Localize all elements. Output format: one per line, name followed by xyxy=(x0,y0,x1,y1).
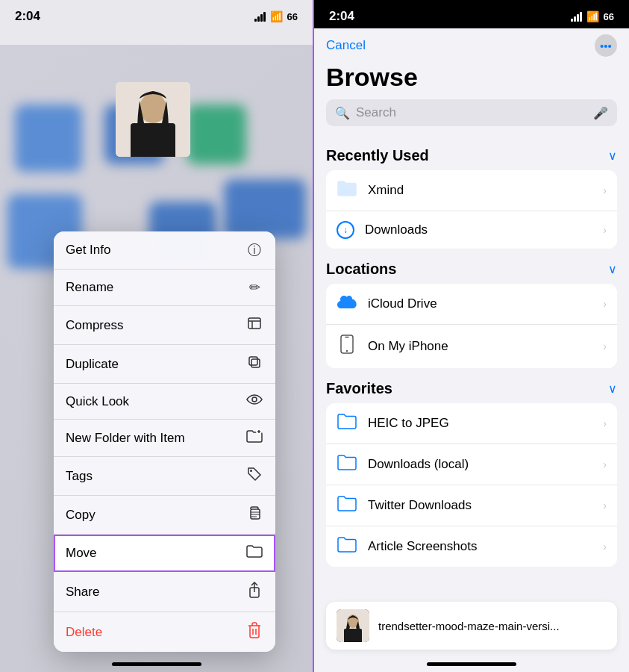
menu-item-share-label: Share xyxy=(66,585,99,600)
tag-icon xyxy=(245,467,263,485)
blurred-item-3 xyxy=(187,105,246,164)
menu-item-delete[interactable]: Delete xyxy=(54,612,275,652)
context-menu: Get Info ⓘ Rename ✏ Compress Duplicate xyxy=(54,231,275,652)
recently-used-title: Recently Used xyxy=(326,147,429,164)
svg-rect-27 xyxy=(344,629,362,642)
battery-icon: 66 xyxy=(287,11,298,22)
bottom-thumbnail[interactable]: trendsetter-mood-maze-main-versi... xyxy=(326,602,617,650)
search-input[interactable]: Search xyxy=(356,105,587,120)
favorites-title: Favorites xyxy=(326,380,392,397)
favorites-header: Favorites ∨ xyxy=(326,374,617,403)
menu-item-move[interactable]: Move xyxy=(54,535,275,572)
browse-header: Cancel ••• Browse 🔍 Search 🎤 xyxy=(314,28,629,141)
locations-section: Locations ∨ iCloud Drive › xyxy=(314,255,629,368)
menu-item-rename-label: Rename xyxy=(66,280,113,295)
menu-item-get-info[interactable]: Get Info ⓘ xyxy=(54,231,275,270)
pencil-icon: ✏ xyxy=(245,279,263,296)
xmind-chevron: › xyxy=(603,184,607,196)
more-button[interactable]: ••• xyxy=(595,34,617,57)
menu-item-get-info-label: Get Info xyxy=(66,243,110,258)
wifi-icon: 📶 xyxy=(270,10,283,22)
menu-item-delete-label: Delete xyxy=(66,625,102,640)
menu-item-duplicate-label: Duplicate xyxy=(66,357,119,372)
svg-point-12 xyxy=(250,470,252,472)
article-screenshots-folder-icon xyxy=(337,536,357,557)
battery-icon-right: 66 xyxy=(604,11,614,22)
locations-chevron[interactable]: ∨ xyxy=(608,262,617,276)
thumbnail-image xyxy=(337,609,369,642)
status-bar-left: 2:04 📶 66 xyxy=(0,0,313,28)
downloads-local-chevron: › xyxy=(603,458,607,470)
menu-item-quick-look-label: Quick Look xyxy=(66,394,129,409)
menu-item-move-label: Move xyxy=(66,546,97,561)
eye-icon xyxy=(245,393,263,409)
favorites-section: Favorites ∨ HEIC to JPEG › Downlo xyxy=(314,374,629,567)
microphone-icon[interactable]: 🎤 xyxy=(593,106,608,120)
list-item-downloads[interactable]: ↓ Downloads › xyxy=(326,211,617,249)
search-icon: 🔍 xyxy=(335,106,350,120)
wifi-icon-right: 📶 xyxy=(586,10,599,22)
new-folder-icon xyxy=(245,429,263,447)
home-indicator-left xyxy=(112,662,201,666)
blurred-item-1 xyxy=(15,105,82,172)
twitter-downloads-folder-icon xyxy=(337,495,357,516)
blurred-item-6 xyxy=(224,179,306,239)
browse-title: Browse xyxy=(326,60,617,99)
status-bar-right: 2:04 📶 66 xyxy=(314,0,629,28)
svg-point-23 xyxy=(346,350,348,352)
icloud-icon xyxy=(337,293,357,314)
signal-icon xyxy=(254,12,266,22)
time-left: 2:04 xyxy=(15,9,40,24)
svg-rect-1 xyxy=(131,123,175,157)
status-icons-right: 📶 66 xyxy=(571,10,614,22)
list-item-heic[interactable]: HEIC to JPEG › xyxy=(326,403,617,444)
heic-folder-icon xyxy=(337,413,357,434)
browse-top-row: Cancel ••• xyxy=(326,34,617,57)
menu-item-duplicate[interactable]: Duplicate xyxy=(54,345,275,384)
info-icon: ⓘ xyxy=(245,241,263,259)
heic-label: HEIC to JPEG xyxy=(368,416,592,431)
menu-item-tags-label: Tags xyxy=(66,469,93,484)
menu-item-quick-look[interactable]: Quick Look xyxy=(54,384,275,420)
svg-rect-7 xyxy=(249,357,257,365)
status-icons-left: 📶 66 xyxy=(254,10,298,22)
menu-item-copy-label: Copy xyxy=(66,508,96,523)
move-folder-icon xyxy=(245,544,263,561)
list-item-downloads-local[interactable]: Downloads (local) › xyxy=(326,444,617,485)
right-panel: 2:04 📶 66 Cancel ••• Browse 🔍 Search 🎤 xyxy=(314,0,629,672)
downloads-label: Downloads xyxy=(365,223,592,237)
cancel-button[interactable]: Cancel xyxy=(326,38,366,53)
signal-icon-right xyxy=(571,12,582,22)
recently-used-chevron[interactable]: ∨ xyxy=(608,149,617,163)
recently-used-header: Recently Used ∨ xyxy=(326,141,617,170)
svg-rect-6 xyxy=(251,359,260,367)
menu-item-share[interactable]: Share xyxy=(54,572,275,612)
list-item-iphone[interactable]: On My iPhone › xyxy=(326,325,617,368)
search-bar[interactable]: 🔍 Search 🎤 xyxy=(326,99,617,126)
menu-item-copy[interactable]: Copy xyxy=(54,496,275,535)
icloud-chevron: › xyxy=(603,298,607,310)
iphone-label: On My iPhone xyxy=(368,339,592,354)
menu-item-compress[interactable]: Compress xyxy=(54,306,275,345)
list-item-article-screenshots[interactable]: Article Screenshots › xyxy=(326,526,617,567)
copy-icon xyxy=(245,505,263,524)
downloads-icon: ↓ xyxy=(337,221,354,239)
thumbnail-filename: trendsetter-mood-maze-main-versi... xyxy=(378,620,560,632)
list-item-twitter-downloads[interactable]: Twitter Downloads › xyxy=(326,485,617,526)
article-screenshots-label: Article Screenshots xyxy=(368,539,592,554)
list-item-xmind[interactable]: Xmind › xyxy=(326,170,617,211)
trash-icon xyxy=(245,622,263,642)
duplicate-icon xyxy=(245,355,263,373)
locations-list: iCloud Drive › On My iPhone › xyxy=(326,284,617,368)
compress-icon xyxy=(245,316,263,335)
menu-item-rename[interactable]: Rename ✏ xyxy=(54,270,275,306)
menu-item-compress-label: Compress xyxy=(66,318,123,333)
person-photo xyxy=(116,82,190,157)
svg-point-2 xyxy=(140,93,166,123)
list-item-icloud[interactable]: iCloud Drive › xyxy=(326,284,617,325)
iphone-chevron: › xyxy=(603,340,607,352)
menu-item-tags[interactable]: Tags xyxy=(54,457,275,496)
locations-title: Locations xyxy=(326,261,396,278)
menu-item-new-folder[interactable]: New Folder with Item xyxy=(54,420,275,457)
favorites-chevron[interactable]: ∨ xyxy=(608,382,617,396)
